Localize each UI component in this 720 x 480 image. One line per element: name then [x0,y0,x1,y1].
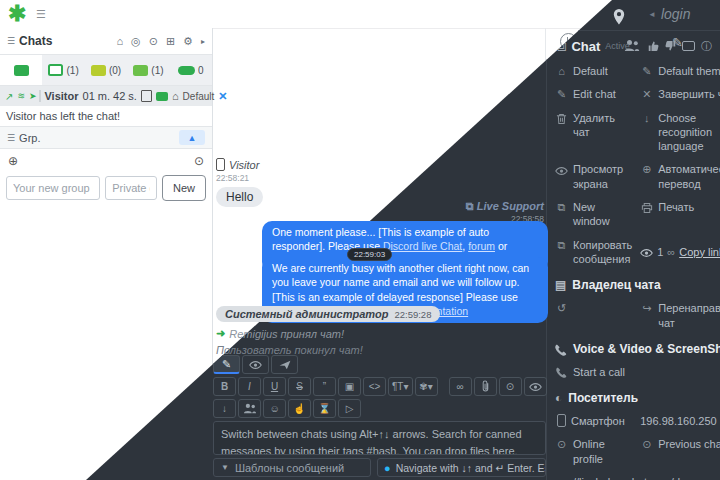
globe-icon: ⊕ [640,162,653,176]
menu-item-edit-chat[interactable]: ✎Edit chat [555,87,632,101]
menu-item-screen-view[interactable]: Просмотр экрана [555,162,632,191]
app-logo-icon[interactable]: ✱ [8,1,26,27]
menu-item-delete-chat[interactable]: Удалить чат [555,111,632,154]
thumbs-down-icon[interactable] [665,37,676,55]
new-window-icon: ⧉ [555,200,568,214]
menu-item-default-theme[interactable]: ✎Default theme [640,64,720,78]
preview-eye-button[interactable] [524,377,547,396]
sidebar-menu: ⌂Default ✎Default theme ✎Edit chat ✕Заве… [555,55,720,480]
collapse-button[interactable]: ▲ [179,130,205,145]
format-toolbar: B I U S ” ▣ <> ¶T▾ ✾▾ ∞ ⊙ [213,377,547,396]
menu-item-recognition-language[interactable]: ↓Choose recognition language [640,111,720,154]
copy-link-label[interactable]: Copy link [679,245,720,259]
strike-button[interactable]: S [288,377,311,396]
visitor-list-row[interactable]: ↗ ≋ ➤ Visitor 01 m. 42 s. ⌂ Default ✕ [0,86,212,106]
copy-link-cell[interactable]: 1 ∞ Copy link [640,238,720,267]
home-icon[interactable]: ⌂ [116,35,123,47]
home-icon[interactable]: ⌂ [172,90,179,102]
private-group-input[interactable] [105,176,157,200]
arrow-up-right-icon: ↗ [5,91,13,102]
menu-item-default[interactable]: ⌂Default [555,64,632,78]
visitor-icon: ◐ [555,391,562,405]
tab-closed-chats[interactable]: (1) [127,55,169,85]
login-link[interactable]: ◄login [648,6,691,22]
templates-dropdown[interactable]: ▼ Шаблоны сообщений [213,458,371,477]
app-root: ✱ ☰ ☰ Chats ⌂ ◎ ⊙ ⊞ ⚙ ▸ (1) (0) (1) [0,0,720,480]
section-title: Посетитель [568,391,638,405]
menu-item-copy-messages[interactable]: ⧉Копировать сообщения [555,238,632,267]
menu-item-print[interactable]: Печать [640,200,720,229]
note-text: Remigijus принял чат! [229,328,344,340]
wifi-icon: ≋ [17,91,25,101]
menu-label: Автоматический перевод [658,162,720,191]
tab-count: (0) [109,65,121,76]
menu-label: Удалить чат [573,111,632,140]
clock-icon[interactable]: ⊙ [149,35,158,48]
link-button[interactable]: ∞ [449,377,472,396]
card-icon: ▤ [555,278,566,292]
discord-link[interactable]: Discord live Chat [383,240,462,252]
invite-operator-button[interactable] [238,399,261,418]
image-button[interactable]: ▣ [338,377,361,396]
system-messages: Системный администратор22:59:28 ➜ Remigi… [216,306,440,356]
system-time: 22:59:28 [394,309,431,320]
settings-gear-icon[interactable]: ⚙ [183,35,193,48]
menu-item-close-chat[interactable]: ✕Завершить чат [640,87,720,101]
smiley-button[interactable]: ☺ [263,399,286,418]
message-input[interactable]: Switch between chats using Alt+↑↓ arrows… [213,421,546,455]
info-icon: ⊙ [640,437,653,451]
attach-file-button[interactable] [474,377,497,396]
tab-transfer-chats[interactable]: (0) [85,55,127,85]
new-group-form: New [0,171,212,205]
device-cell: Смартфон [555,414,632,428]
location-pin-icon[interactable] [613,7,625,25]
raise-hand-button[interactable]: ☝ [288,399,311,418]
close-chat-icon[interactable]: ✕ [218,90,227,103]
emoji-shape-button[interactable]: ✾▾ [415,377,438,396]
tab-whisper[interactable] [271,355,298,374]
visitor-name: Visitor [44,90,78,102]
owner-history-button[interactable]: ↺ [555,301,632,330]
add-user-icon[interactable]: ⊕ [8,154,18,168]
menu-item-new-window[interactable]: ⧉New window [555,200,632,229]
tab-active-chats[interactable] [0,55,42,85]
info-icon[interactable]: ⓘ [701,39,712,54]
menu-item-auto-translate[interactable]: ⊕Автоматический перевод [640,162,720,191]
bold-button[interactable]: B [213,377,236,396]
visitor-page-url[interactable]: ∞//livehelperchat.com/demo-12ch.html [555,475,720,480]
canned-messages-button[interactable]: ⊙ [499,377,522,396]
italic-button[interactable]: I [238,377,261,396]
chevron-right-icon[interactable]: ▸ [201,37,205,46]
tab-pending-chats[interactable]: (1) [42,55,84,85]
scroll-down-button[interactable]: ↓ [213,399,236,418]
history-clock-icon[interactable]: ⊙ [194,154,204,168]
expand-icon[interactable]: ⊞ [166,35,175,48]
code-button[interactable]: <> [363,377,386,396]
menu-icon[interactable]: ☰ [36,8,46,21]
visitor-ip: 196.98.160.250 [640,414,720,428]
underline-button[interactable]: U [263,377,286,396]
delay-button[interactable]: ⌛ [313,399,336,418]
eye-icon [555,162,568,176]
chat-icon[interactable] [156,92,168,101]
thumbs-up-icon[interactable] [648,37,659,55]
location-icon[interactable]: ◎ [131,35,141,48]
collapse-left-icon: ◄ [648,10,656,19]
tab-preview[interactable] [242,355,269,374]
forum-link[interactable]: forum [468,240,495,252]
new-group-button[interactable]: New [162,175,206,201]
previous-chats-link[interactable]: ⊙Previous chats [640,437,720,466]
redirect-chat-button[interactable]: ↪Перенаправить чат [640,301,720,330]
feedback-bubble-icon[interactable] [682,41,695,51]
quote-button[interactable]: ” [313,377,336,396]
message-timestamp-chip: 22:59:03 [347,248,392,261]
door-icon[interactable] [141,90,152,102]
phone-icon [555,365,568,379]
online-profile-link[interactable]: ⊙Online profile [555,437,632,466]
text-size-button[interactable]: ¶T▾ [388,377,413,396]
tab-online-visitors[interactable]: 0 [170,55,212,85]
start-call-button[interactable]: Start a call [555,365,720,379]
send-button[interactable]: ▷ [338,399,361,418]
group-name-input[interactable] [6,176,100,200]
tab-count: 0 [198,65,204,76]
